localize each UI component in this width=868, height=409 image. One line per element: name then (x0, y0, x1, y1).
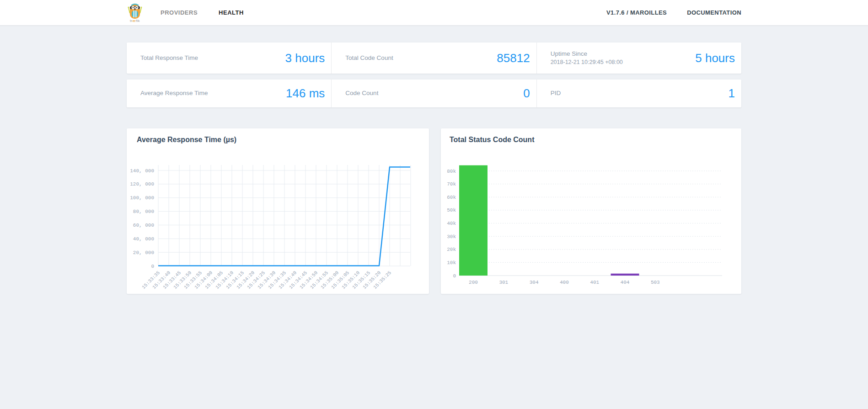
svg-text:60k: 60k (447, 195, 456, 200)
stat-value: 1 (722, 86, 735, 101)
svg-text:401: 401 (590, 280, 599, 285)
svg-text:200: 200 (469, 280, 478, 285)
stat-value: 5 hours (689, 51, 735, 65)
svg-text:20k: 20k (447, 247, 456, 252)
svg-text:50k: 50k (447, 207, 456, 213)
svg-text:301: 301 (499, 280, 508, 285)
svg-text:40, 000: 40, 000 (133, 236, 154, 242)
stat-value: 146 ms (279, 86, 325, 101)
svg-text:304: 304 (530, 280, 539, 285)
svg-text:30k: 30k (447, 234, 456, 239)
stat-total-response-time: Total Response Time 3 hours (127, 42, 331, 74)
svg-text:100, 000: 100, 000 (130, 195, 154, 201)
svg-text:80, 000: 80, 000 (133, 209, 154, 214)
stat-value: 85812 (490, 51, 530, 65)
svg-text:503: 503 (651, 280, 660, 285)
stat-label: PID (551, 89, 561, 97)
stat-code-count: Code Count 0 (331, 80, 536, 107)
stat-label: Uptime Since 2018-12-21 10:29:45 +08:00 (551, 50, 623, 66)
stat-uptime-since: Uptime Since 2018-12-21 10:29:45 +08:00 … (536, 42, 741, 74)
stat-total-code-count: Total Code Count 85812 (331, 42, 536, 74)
stat-value: 0 (517, 86, 530, 101)
svg-text:120, 000: 120, 000 (130, 181, 154, 187)
svg-text:40k: 40k (447, 221, 456, 226)
stat-label: Average Response Time (140, 89, 208, 97)
stat-pid: PID 1 (536, 80, 741, 107)
svg-text:70k: 70k (447, 181, 456, 187)
stats-card-current: Average Response Time 146 ms Code Count … (127, 80, 741, 107)
svg-text:0: 0 (453, 273, 456, 279)
version-link[interactable]: V1.7.6 / MAROILLES (606, 9, 667, 16)
stat-label: Code Count (345, 89, 378, 97)
svg-text:20, 000: 20, 000 (133, 250, 154, 255)
svg-text:80k: 80k (447, 169, 456, 174)
traefik-gopher-icon (127, 3, 143, 20)
svg-text:60, 000: 60, 000 (133, 223, 154, 228)
nav-tab-providers[interactable]: PROVIDERS (161, 9, 198, 16)
status-code-chart-card: Total Status Code Count 010k20k30k40k50k… (441, 128, 741, 294)
response-time-line-chart: 020, 00040, 00060, 00080, 000100, 000120… (127, 128, 429, 294)
traefik-logo[interactable]: træfik (127, 3, 143, 23)
documentation-link[interactable]: DOCUMENTATION (687, 9, 741, 16)
stat-label: Total Response Time (140, 54, 198, 62)
stat-average-response-time: Average Response Time 146 ms (127, 80, 331, 107)
traefik-wordmark: træfik (130, 19, 140, 23)
svg-text:404: 404 (621, 280, 630, 285)
svg-text:0: 0 (151, 264, 154, 269)
status-code-bar-chart: 010k20k30k40k50k60k70k80k200301304400401… (441, 128, 741, 294)
response-time-chart-card: Average Response Time (µs) 020, 00040, 0… (127, 128, 429, 294)
svg-text:10k: 10k (447, 260, 456, 266)
svg-text:140, 000: 140, 000 (130, 168, 154, 174)
svg-text:400: 400 (560, 280, 569, 285)
stat-value: 3 hours (279, 51, 325, 65)
stat-label: Total Code Count (345, 54, 393, 62)
top-navbar: træfik PROVIDERS HEALTH V1.7.6 / MAROILL… (0, 0, 868, 26)
uptime-timestamp: 2018-12-21 10:29:45 +08:00 (551, 59, 623, 65)
nav-tab-health[interactable]: HEALTH (219, 9, 244, 16)
stats-card-totals: Total Response Time 3 hours Total Code C… (127, 42, 741, 74)
